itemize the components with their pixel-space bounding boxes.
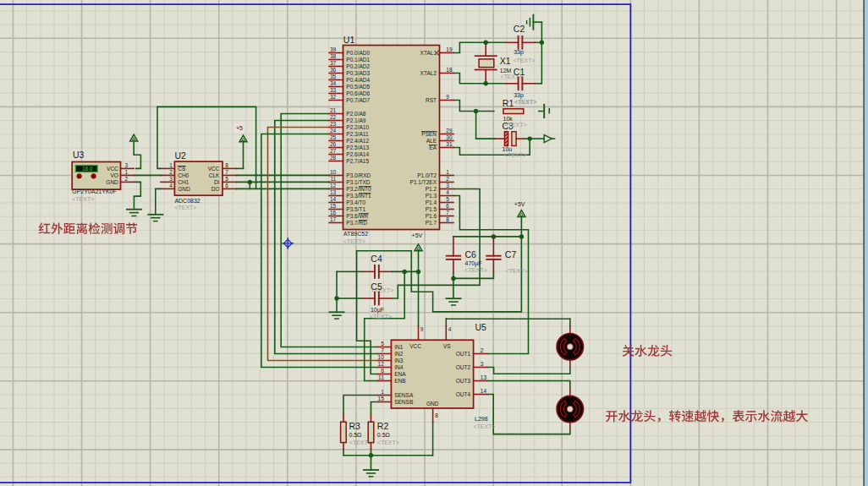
svg-text:IN4: IN4 [394,364,404,370]
svg-text:26: 26 [330,141,337,147]
svg-text:10u: 10u [503,146,513,152]
svg-text:<TEXT>: <TEXT> [377,440,399,445]
svg-text:C7: C7 [505,249,517,259]
svg-text:R2: R2 [377,421,389,431]
svg-text:P3.1/TXD: P3.1/TXD [346,179,370,185]
svg-text:9: 9 [420,326,424,332]
svg-text:12M: 12M [500,68,512,74]
svg-text:P3.0/RXD: P3.0/RXD [346,172,371,178]
svg-text:1: 1 [381,389,384,395]
svg-text:P0.6/AD6: P0.6/AD6 [346,90,370,96]
svg-text:P2.0/A8: P2.0/A8 [346,111,366,117]
svg-text:ENB: ENB [394,378,405,384]
svg-text:3: 3 [125,162,129,168]
svg-text:7: 7 [381,347,384,353]
svg-text:4: 4 [169,183,173,188]
svg-text:ALE: ALE [426,138,437,144]
svg-text:10µF: 10µF [371,307,384,314]
svg-text:+5V: +5V [514,201,525,207]
svg-text:OUT1: OUT1 [456,351,471,357]
svg-text:<TEXT>: <TEXT> [174,205,196,210]
svg-text:P1.1/T2EX: P1.1/T2EX [410,179,437,185]
svg-text:C4: C4 [371,254,382,264]
svg-text:<TEXT>: <TEXT> [515,99,537,105]
svg-text:<TEXT>: <TEXT> [343,238,365,244]
svg-text:+5: +5 [236,125,243,131]
svg-text:P1.0/T2: P1.0/T2 [417,172,437,178]
svg-text:U1: U1 [343,35,355,45]
svg-text:GND: GND [106,179,118,185]
svg-text:23: 23 [330,121,337,127]
svg-text:DO: DO [212,186,220,192]
svg-text:P2.1/A9: P2.1/A9 [346,117,366,123]
svg-text:14: 14 [330,196,337,202]
svg-text:R3: R3 [349,421,360,431]
svg-text:19: 19 [446,46,453,52]
svg-text:ENA: ENA [394,371,406,377]
svg-text:CLK: CLK [209,172,220,178]
svg-text:35: 35 [330,74,337,79]
svg-text:5: 5 [381,341,384,347]
svg-text:P1.3: P1.3 [426,193,437,199]
svg-text:R1: R1 [503,98,514,108]
svg-text:3: 3 [481,361,484,367]
svg-text:11: 11 [378,374,384,380]
svg-text:P2.6/A14: P2.6/A14 [346,151,369,157]
svg-text:8: 8 [446,216,449,222]
svg-text:5: 5 [446,196,449,202]
svg-text:CH0: CH0 [178,172,189,178]
svg-text:6: 6 [225,183,228,188]
svg-text:IN3: IN3 [394,358,404,363]
svg-text:VCC: VCC [107,166,118,172]
svg-text:38: 38 [330,53,337,59]
svg-text:33p: 33p [514,49,524,56]
svg-text:P0.7/AD7: P0.7/AD7 [346,97,370,103]
svg-text:24: 24 [330,128,337,134]
svg-text:14: 14 [481,388,487,394]
svg-text:10k: 10k [503,116,514,122]
svg-text:27: 27 [330,148,337,154]
svg-text:P2.7/A15: P2.7/A15 [346,158,369,164]
svg-text:+5V: +5V [412,232,423,238]
svg-text:L298: L298 [475,416,488,422]
svg-text:8: 8 [225,162,228,168]
svg-text:22: 22 [330,114,337,120]
svg-text:<TEXT>: <TEXT> [506,268,528,274]
svg-text:2: 2 [125,176,129,182]
svg-text:<TEXT>: <TEXT> [465,267,487,273]
svg-text:SENSB: SENSB [394,399,413,405]
svg-text:X1: X1 [500,56,511,66]
svg-text:U3: U3 [73,150,85,160]
svg-text:33: 33 [330,87,337,93]
svg-text:GP2Y0A21YK0F: GP2Y0A21YK0F [72,188,117,194]
svg-text:13: 13 [481,374,487,380]
svg-text:GND: GND [178,186,190,192]
svg-text:XTAL2: XTAL2 [420,70,437,76]
svg-text:VS: VS [443,343,451,349]
svg-text:U2: U2 [175,150,187,161]
svg-text:<TEXT>: <TEXT> [72,196,94,202]
svg-text:DI: DI [214,179,220,185]
svg-text:15: 15 [330,203,337,209]
svg-text:11: 11 [330,176,336,182]
svg-text:P0.2/AD2: P0.2/AD2 [346,63,370,69]
svg-text:C2: C2 [514,24,525,34]
svg-text:31: 31 [446,141,453,147]
svg-text:34: 34 [330,80,337,86]
svg-text:P1.6: P1.6 [426,213,437,219]
svg-text:18: 18 [446,67,453,73]
svg-text:3: 3 [169,176,173,182]
svg-text:CH1: CH1 [178,179,189,185]
svg-text:P2.2/A10: P2.2/A10 [346,124,369,130]
svg-text:2: 2 [446,176,449,182]
svg-text:<TEXT>: <TEXT> [474,423,496,429]
svg-text:VCC: VCC [208,166,220,172]
svg-text:13: 13 [330,189,337,195]
svg-text:AT89C52: AT89C52 [343,231,368,237]
svg-text:16.0: 16.0 [82,166,93,172]
svg-text:RST: RST [426,97,437,103]
svg-text:0.5Ω: 0.5Ω [349,432,361,438]
svg-text:P0.0/AD0: P0.0/AD0 [346,50,370,56]
svg-text:OUT3: OUT3 [456,378,471,384]
svg-text:2: 2 [481,347,484,353]
